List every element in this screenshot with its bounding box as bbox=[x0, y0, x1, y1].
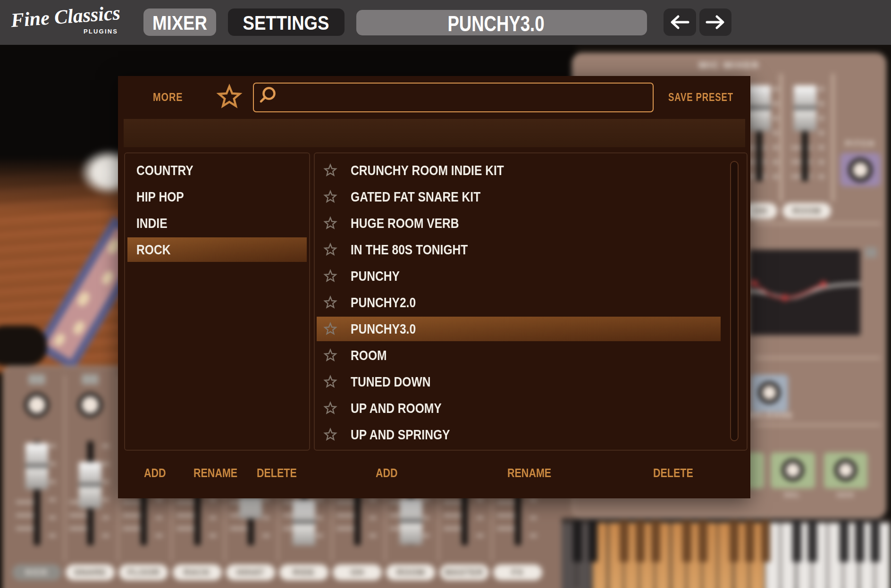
svg-text:PLUGINS: PLUGINS bbox=[84, 28, 118, 35]
svg-text:Fine Classics: Fine Classics bbox=[10, 5, 121, 31]
svg-text:MIXER: MIXER bbox=[152, 11, 207, 34]
svg-text:SETTINGS: SETTINGS bbox=[243, 11, 329, 34]
svg-text:PUNCHY3.0: PUNCHY3.0 bbox=[448, 11, 545, 35]
